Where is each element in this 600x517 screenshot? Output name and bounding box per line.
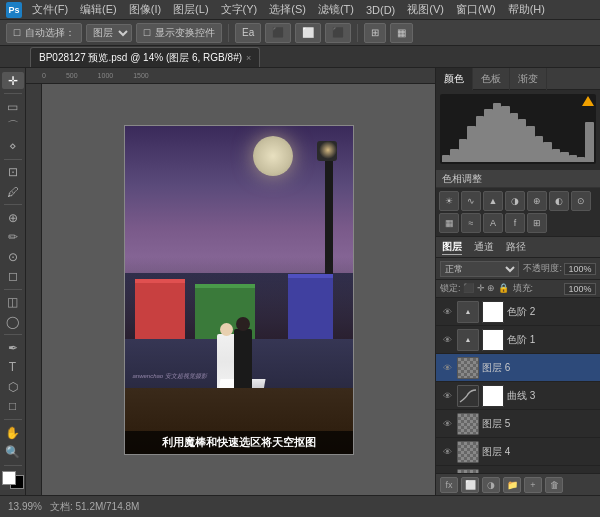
- align-left-btn[interactable]: ⬛: [265, 23, 291, 43]
- align-right-btn[interactable]: ⬛: [325, 23, 351, 43]
- hist-bar-12: [535, 136, 543, 162]
- arrange-btn[interactable]: ▦: [390, 23, 413, 43]
- adj-solid-color[interactable]: f: [505, 213, 525, 233]
- hist-bar-1: [442, 155, 450, 162]
- menu-help[interactable]: 帮助(H): [506, 2, 547, 17]
- path-tool[interactable]: ⬡: [2, 378, 24, 395]
- zoom-tool[interactable]: 🔍: [2, 443, 24, 460]
- layer-eye-3[interactable]: 👁: [440, 389, 454, 403]
- hist-bar-13: [543, 142, 551, 162]
- healing-tool[interactable]: ⊕: [2, 209, 24, 226]
- building-red: [135, 279, 185, 339]
- active-file-tab[interactable]: BP028127 预览.psd @ 14% (图层 6, RGB/8#) ×: [30, 47, 260, 67]
- layer-item-1[interactable]: 👁 ▲ 色阶 1: [436, 326, 600, 354]
- photo-moon: [253, 136, 293, 176]
- align-btn[interactable]: Ea: [235, 23, 261, 43]
- menu-view[interactable]: 视图(V): [405, 2, 446, 17]
- eyedropper-tool[interactable]: 🖊: [2, 183, 24, 200]
- menu-3d[interactable]: 3D(D): [364, 4, 397, 16]
- menu-image[interactable]: 图像(I): [127, 2, 163, 17]
- layer-mask-btn[interactable]: ⬜: [461, 477, 479, 493]
- layer-eye-0[interactable]: 👁: [440, 305, 454, 319]
- tab-color[interactable]: 颜色: [436, 68, 473, 90]
- paths-tab-label[interactable]: 路径: [506, 240, 526, 254]
- hist-bar-7: [493, 103, 501, 162]
- adj-photo-filt[interactable]: ⊙: [571, 191, 591, 211]
- layer-adjustment-btn[interactable]: ◑: [482, 477, 500, 493]
- adj-channel-mix[interactable]: ▦: [439, 213, 459, 233]
- hand-tool[interactable]: ✋: [2, 424, 24, 441]
- selection-tool[interactable]: ▭: [2, 98, 24, 115]
- select-type-dropdown[interactable]: 图层: [86, 24, 132, 42]
- fill-value[interactable]: 100%: [564, 283, 596, 295]
- dodge-tool[interactable]: ◯: [2, 313, 24, 330]
- adj-gradient-fill[interactable]: ⊞: [527, 213, 547, 233]
- file-tab-close[interactable]: ×: [246, 53, 251, 63]
- magic-wand-tool[interactable]: ⋄: [2, 137, 24, 154]
- adj-vibrance[interactable]: A: [483, 213, 503, 233]
- layer-item-0[interactable]: 👁 ▲ 色阶 2: [436, 298, 600, 326]
- clone-tool[interactable]: ⊙: [2, 248, 24, 265]
- layer-fx-btn[interactable]: fx: [440, 477, 458, 493]
- move-tool[interactable]: ✛: [2, 72, 24, 89]
- auto-select-checkbox[interactable]: ☐ 自动选择：: [6, 23, 82, 43]
- foreground-background-colors[interactable]: [2, 471, 24, 488]
- menu-filter[interactable]: 滤镜(T): [316, 2, 356, 17]
- adj-brightness[interactable]: ☀: [439, 191, 459, 211]
- menu-window[interactable]: 窗口(W): [454, 2, 498, 17]
- menu-file[interactable]: 文件(F): [30, 2, 70, 17]
- gradient-tool[interactable]: ◫: [2, 294, 24, 311]
- tab-gradient[interactable]: 渐变: [510, 68, 547, 90]
- hist-bar-3: [459, 139, 467, 162]
- adj-exposure[interactable]: ≈: [461, 213, 481, 233]
- file-tab-bar: BP028127 预览.psd @ 14% (图层 6, RGB/8#) ×: [0, 46, 600, 68]
- building-blue: [288, 274, 333, 339]
- top-panel-tabs: 颜色 色板 渐变: [436, 68, 600, 90]
- layer-eye-2[interactable]: 👁: [440, 361, 454, 375]
- adj-bw[interactable]: ◐: [549, 191, 569, 211]
- layers-tab-label[interactable]: 图层: [442, 240, 462, 255]
- adj-curves[interactable]: ∿: [461, 191, 481, 211]
- menu-select[interactable]: 选择(S): [267, 2, 308, 17]
- align-center-btn[interactable]: ⬜: [295, 23, 321, 43]
- toolbar: ☐ 自动选择： 图层 ☐ 显示变换控件 Ea ⬛ ⬜ ⬛ ⊞ ▦: [0, 20, 600, 46]
- adj-hue-sat[interactable]: ◑: [505, 191, 525, 211]
- adj-color-bal[interactable]: ⊕: [527, 191, 547, 211]
- channels-tab-label[interactable]: 通道: [474, 240, 494, 254]
- text-tool[interactable]: T: [2, 359, 24, 376]
- pen-tool[interactable]: ✒: [2, 339, 24, 356]
- layer-new-btn[interactable]: +: [524, 477, 542, 493]
- blend-mode-select[interactable]: 正常: [440, 261, 519, 277]
- brush-tool[interactable]: ✏: [2, 228, 24, 245]
- layer-group-btn[interactable]: 📁: [503, 477, 521, 493]
- hist-bar-11: [526, 126, 534, 162]
- histogram-warning: [582, 96, 594, 106]
- layer-delete-btn[interactable]: 🗑: [545, 477, 563, 493]
- show-transform-btn[interactable]: ☐ 显示变换控件: [136, 23, 222, 43]
- layer-eye-5[interactable]: 👁: [440, 445, 454, 459]
- shape-tool[interactable]: □: [2, 398, 24, 415]
- layer-item-5[interactable]: 👁 图层 4: [436, 438, 600, 466]
- tab-swatches[interactable]: 色板: [473, 68, 510, 90]
- layer-eye-4[interactable]: 👁: [440, 417, 454, 431]
- photo-container: anwenchao 安文超视觉摄影 利用魔棒和快速选区将天空抠图: [124, 125, 354, 455]
- adjustment-icons-grid: ☀ ∿ ▲ ◑ ⊕ ◐ ⊙ ▦ ≈ A f ⊞: [436, 188, 600, 236]
- menu-edit[interactable]: 编辑(E): [78, 2, 119, 17]
- opacity-label: 不透明度:: [523, 262, 562, 275]
- layer-item-6[interactable]: 👁 图层 3: [436, 466, 600, 473]
- menu-text[interactable]: 文字(Y): [219, 2, 260, 17]
- layer-eye-1[interactable]: 👁: [440, 333, 454, 347]
- layer-mask-0: [482, 301, 504, 323]
- layer-item-2[interactable]: 👁 图层 6: [436, 354, 600, 382]
- menu-layer[interactable]: 图层(L): [171, 2, 210, 17]
- opacity-value[interactable]: 100%: [564, 263, 596, 275]
- layer-item-3[interactable]: 👁 曲线 3: [436, 382, 600, 410]
- crop-tool[interactable]: ⊡: [2, 163, 24, 180]
- layer-thumb-0: ▲: [457, 301, 479, 323]
- distribute-btn[interactable]: ⊞: [364, 23, 386, 43]
- adj-levels[interactable]: ▲: [483, 191, 503, 211]
- layer-item-4[interactable]: 👁 图层 5: [436, 410, 600, 438]
- layer-name-1: 色阶 1: [507, 333, 596, 347]
- lasso-tool[interactable]: ⌒: [2, 118, 24, 135]
- eraser-tool[interactable]: ◻: [2, 267, 24, 284]
